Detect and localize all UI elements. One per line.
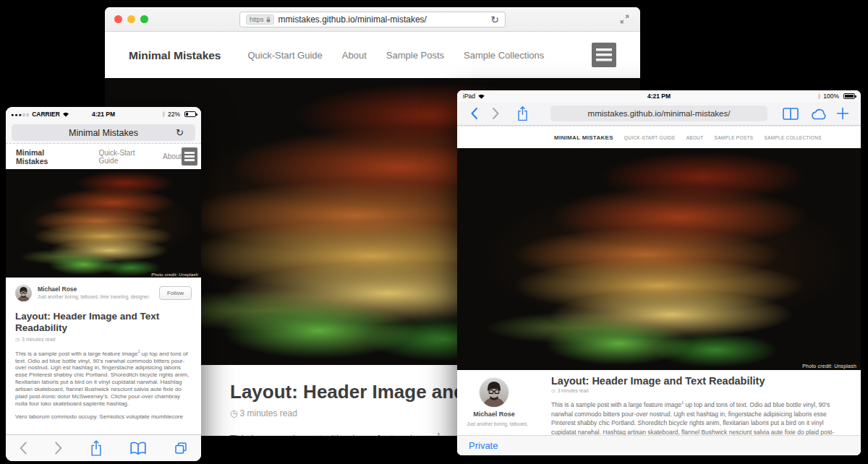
tabs-icon[interactable] bbox=[174, 441, 188, 455]
post-title: Layout: Header Image and Text Readabilit… bbox=[15, 311, 192, 335]
back-icon[interactable] bbox=[19, 441, 27, 455]
paragraph-text: This is a sample post with a large featu… bbox=[15, 351, 137, 357]
private-button[interactable]: Private bbox=[469, 440, 498, 451]
new-tab-icon[interactable] bbox=[836, 107, 849, 120]
share-icon[interactable] bbox=[90, 439, 103, 457]
page-title: Minimal Mistakes bbox=[69, 128, 138, 138]
nav-link-quick-start-guide[interactable]: QUICK-START GUIDE bbox=[624, 135, 676, 140]
nav-link-sample-collections[interactable]: Sample Collections bbox=[464, 50, 544, 61]
paragraph-text: This is a sample post with a large featu… bbox=[551, 401, 681, 408]
follow-button[interactable]: Follow bbox=[159, 286, 192, 300]
post-title: Layout: Header Image and Text Readabilit… bbox=[551, 375, 841, 387]
battery-icon bbox=[184, 111, 196, 117]
clock-icon: ◷ bbox=[15, 337, 20, 342]
clock-icon: ◷ bbox=[230, 408, 237, 418]
ipad-status-bar: iPad 4:21 PM ᛒ 100% bbox=[457, 90, 861, 102]
nav-link-sample-posts[interactable]: SAMPLE POSTS bbox=[715, 135, 754, 140]
clock-icon: ◷ bbox=[551, 388, 556, 393]
nav-link-sample-posts[interactable]: Sample Posts bbox=[386, 50, 444, 61]
bookmarks-icon[interactable] bbox=[129, 441, 147, 455]
ipad-post-content: Michael Rose Just another boring, tattoo… bbox=[457, 370, 861, 455]
menu-hamburger-icon[interactable] bbox=[182, 147, 197, 166]
site-title-link[interactable]: Minimal Mistakes bbox=[129, 49, 221, 62]
battery-icon bbox=[843, 93, 855, 99]
nav-link-quick-start-guide[interactable]: Quick-Start Guide bbox=[99, 149, 149, 165]
url-text: mmistakes.github.io/minimal-mistakes/ bbox=[278, 14, 487, 25]
author-bio: Just another boring, tattooed, time trav… bbox=[38, 294, 150, 299]
post-paragraph: This is a sample post with a large featu… bbox=[15, 349, 192, 408]
site-title-link[interactable]: Minimal Mistakes bbox=[16, 148, 71, 166]
https-label: https bbox=[250, 16, 264, 23]
menu-hamburger-icon[interactable] bbox=[592, 43, 616, 67]
iphone-safari-window: ●●●○○ CARRIER 4:21 PM ᛒ 22% Minimal Mist… bbox=[6, 107, 201, 461]
author-bio: Just another boring, tattooed, bbox=[463, 421, 532, 426]
reload-icon[interactable]: ↻ bbox=[490, 14, 499, 25]
icloud-tabs-icon[interactable] bbox=[810, 108, 827, 120]
iphone-address-bar[interactable]: Minimal Mistakes ↻ bbox=[12, 124, 195, 141]
iphone-status-bar: ●●●○○ CARRIER 4:21 PM ᛒ 22% bbox=[6, 107, 201, 121]
read-time: 3 minutes read bbox=[558, 388, 589, 393]
zoom-window-button[interactable] bbox=[140, 15, 148, 23]
fullscreen-icon[interactable] bbox=[619, 14, 630, 25]
photo-credit: Photo credit: Unsplash bbox=[148, 272, 201, 278]
status-time: 4:21 PM bbox=[457, 93, 861, 100]
nav-link-quick-start-guide[interactable]: Quick-Start Guide bbox=[248, 50, 323, 61]
paragraph-text: up top and tons of text. Odio ad blue bo… bbox=[15, 351, 189, 407]
back-icon[interactable] bbox=[470, 107, 478, 120]
header-feature-image: Photo credit: Unsplash bbox=[457, 148, 861, 370]
url-text: mmistakes.github.io/minimal-mistakes/ bbox=[588, 109, 731, 118]
author-row: Michael Rose Just another boring, tattoo… bbox=[15, 285, 192, 304]
ipad-address-bar[interactable]: mmistakes.github.io/minimal-mistakes/ bbox=[550, 106, 767, 121]
post-meta: ◷3 minutes read bbox=[551, 388, 841, 394]
https-badge: https bbox=[246, 14, 274, 25]
ipad-site-masthead: MINIMAL MISTAKES QUICK-START GUIDE ABOUT… bbox=[457, 126, 861, 148]
iphone-url-row: Minimal Mistakes ↻ bbox=[6, 121, 201, 144]
site-masthead: Minimal Mistakes Quick-Start Guide About… bbox=[105, 33, 640, 78]
avatar-image bbox=[480, 378, 509, 407]
avatar-image bbox=[15, 285, 32, 301]
post-paragraph: Vero laborum commodo occupy. Semiotics v… bbox=[15, 413, 192, 421]
author-avatar bbox=[15, 285, 32, 301]
share-icon[interactable] bbox=[516, 106, 529, 121]
nav-link-about[interactable]: ABOUT bbox=[686, 135, 704, 140]
read-time: 3 minutes read bbox=[22, 337, 55, 342]
author-avatar bbox=[480, 378, 509, 407]
ipad-toolbar: mmistakes.github.io/minimal-mistakes/ bbox=[457, 102, 861, 126]
address-bar[interactable]: https mmistakes.github.io/minimal-mistak… bbox=[239, 12, 506, 27]
lock-icon bbox=[266, 17, 271, 22]
nav-link-sample-collections[interactable]: SAMPLE COLLECTIONS bbox=[764, 135, 821, 140]
bookmarks-icon[interactable] bbox=[783, 108, 799, 120]
photo-credit: Photo credit: Unsplash bbox=[798, 362, 861, 370]
forward-icon[interactable] bbox=[54, 441, 63, 455]
close-window-button[interactable] bbox=[114, 15, 122, 23]
author-name: Michael Rose bbox=[38, 285, 77, 293]
header-feature-image: Photo credit: Unsplash bbox=[6, 169, 201, 278]
author-name: Michael Rose bbox=[457, 411, 531, 418]
iphone-site-masthead: Minimal Mistakes Quick-Start Guide About bbox=[6, 144, 201, 169]
reload-icon[interactable]: ↻ bbox=[176, 128, 184, 137]
read-time: 3 minutes read bbox=[239, 408, 297, 418]
composite-stage: https mmistakes.github.io/minimal-mistak… bbox=[0, 0, 868, 464]
iphone-post-content: Michael Rose Just another boring, tattoo… bbox=[6, 278, 201, 461]
nav-link-about[interactable]: About bbox=[163, 152, 182, 160]
site-title-link[interactable]: MINIMAL MISTAKES bbox=[554, 134, 613, 141]
post-meta: ◷3 minutes read bbox=[15, 337, 192, 343]
ipad-safari-window: iPad 4:21 PM ᛒ 100% mmistakes.github.io/… bbox=[457, 90, 861, 455]
nav-link-about[interactable]: About bbox=[342, 50, 367, 61]
minimize-window-button[interactable] bbox=[127, 15, 135, 23]
status-time: 4:21 PM bbox=[6, 111, 201, 118]
forward-icon[interactable] bbox=[492, 107, 500, 120]
paragraph-text: This is a sample post with a large featu… bbox=[230, 433, 437, 437]
private-browsing-bar: Private bbox=[457, 435, 861, 455]
browser-chrome: https mmistakes.github.io/minimal-mistak… bbox=[105, 7, 640, 32]
iphone-toolbar bbox=[6, 434, 201, 461]
